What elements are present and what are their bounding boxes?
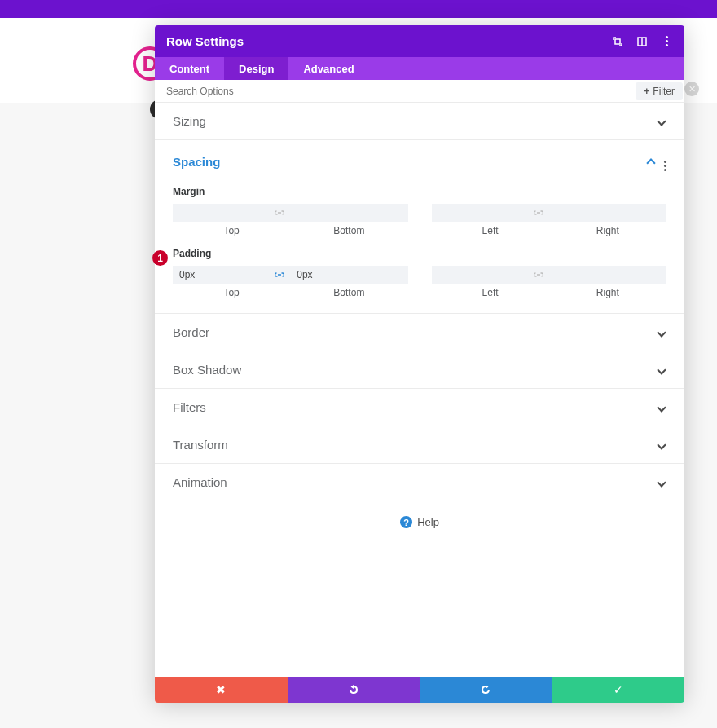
section-title: Transform	[173, 438, 657, 452]
section-transform: Transform	[155, 426, 684, 464]
divider	[420, 266, 420, 284]
sublabel-left: Left	[432, 287, 549, 298]
sublabel-left: Left	[432, 225, 549, 236]
margin-bottom-input[interactable]	[290, 204, 407, 222]
section-header-box-shadow[interactable]: Box Shadow	[155, 351, 684, 388]
padding-bottom-input[interactable]	[290, 266, 407, 284]
divider	[420, 204, 420, 222]
sublabel-top: Top	[173, 225, 290, 236]
modal-header: Row Settings	[155, 25, 684, 57]
section-title: Border	[173, 325, 657, 339]
cancel-button[interactable]: ✖	[155, 677, 288, 703]
section-animation: Animation	[155, 464, 684, 501]
modal-content: Sizing Spacing Margin	[155, 103, 684, 677]
close-icon: ✖	[216, 683, 226, 696]
chevron-down-icon	[657, 403, 666, 413]
sublabel-top: Top	[173, 287, 290, 298]
redo-button[interactable]	[420, 677, 552, 703]
link-icon[interactable]	[533, 207, 544, 218]
spacing-body: Margin Top Bottom	[155, 186, 684, 313]
section-title: Box Shadow	[173, 363, 657, 377]
section-title: Sizing	[173, 114, 657, 128]
section-spacing: Spacing Margin Top	[155, 140, 684, 314]
section-kebab-icon[interactable]	[664, 152, 666, 171]
save-button[interactable]: ✓	[552, 677, 685, 703]
close-overlay-icon[interactable]: ✕	[684, 82, 699, 96]
margin-left-input[interactable]	[432, 204, 549, 222]
margin-top-input[interactable]	[173, 204, 290, 222]
panel-icon[interactable]	[636, 35, 649, 48]
link-icon[interactable]	[533, 269, 544, 280]
app-top-bar	[0, 0, 717, 18]
row-settings-modal: Row Settings Content Design Advanced + F…	[155, 25, 684, 703]
sublabel-right: Right	[549, 287, 666, 298]
tab-advanced[interactable]: Advanced	[288, 57, 368, 80]
section-sizing: Sizing	[155, 103, 684, 140]
margin-right-input[interactable]	[549, 204, 666, 222]
tab-design[interactable]: Design	[224, 57, 288, 80]
chevron-down-icon	[657, 440, 666, 450]
sublabel-bottom: Bottom	[290, 225, 407, 236]
chevron-down-icon	[657, 365, 666, 375]
chevron-down-icon	[657, 478, 666, 488]
sublabel-bottom: Bottom	[290, 287, 407, 298]
sublabel-right: Right	[549, 225, 666, 236]
chevron-down-icon	[657, 117, 666, 126]
link-icon[interactable]	[274, 207, 285, 218]
help-row[interactable]: ? Help	[155, 501, 684, 543]
filter-button[interactable]: + Filter	[636, 82, 683, 100]
section-box-shadow: Box Shadow	[155, 351, 684, 389]
padding-left-input[interactable]	[432, 266, 549, 284]
section-header-spacing[interactable]: Spacing	[155, 140, 684, 183]
svg-rect-0	[615, 39, 620, 44]
tab-content[interactable]: Content	[155, 57, 224, 80]
section-filters: Filters	[155, 389, 684, 426]
margin-label: Margin	[173, 186, 666, 197]
chevron-up-icon	[646, 157, 656, 166]
kebab-menu-icon[interactable]	[660, 35, 673, 48]
modal-title: Row Settings	[166, 34, 611, 48]
section-header-filters[interactable]: Filters	[155, 389, 684, 426]
plus-icon: +	[644, 86, 649, 97]
section-title: Spacing	[173, 155, 646, 169]
expand-icon[interactable]	[611, 35, 624, 48]
section-header-border[interactable]: Border	[155, 314, 684, 351]
help-icon: ?	[400, 516, 412, 528]
undo-icon	[347, 683, 360, 696]
filter-label: Filter	[653, 86, 675, 97]
modal-footer: ✖ ✓	[155, 677, 684, 703]
padding-right-input[interactable]	[549, 266, 666, 284]
redo-icon	[479, 683, 492, 696]
padding-top-input[interactable]	[173, 266, 290, 284]
chevron-down-icon	[657, 328, 666, 338]
section-header-transform[interactable]: Transform	[155, 426, 684, 463]
search-input[interactable]	[155, 86, 634, 97]
padding-label: Padding	[173, 248, 666, 259]
section-header-sizing[interactable]: Sizing	[155, 103, 684, 139]
header-icons	[611, 35, 673, 48]
padding-row: Top Bottom	[173, 266, 666, 298]
search-bar: + Filter	[155, 80, 684, 103]
section-title: Animation	[173, 475, 657, 489]
annotation-badge-1: 1	[152, 250, 168, 266]
tabs: Content Design Advanced	[155, 57, 684, 80]
section-header-animation[interactable]: Animation	[155, 464, 684, 501]
margin-row: Top Bottom	[173, 204, 666, 236]
section-border: Border	[155, 314, 684, 351]
check-icon: ✓	[614, 683, 623, 696]
link-icon-active[interactable]	[274, 269, 285, 280]
undo-button[interactable]	[288, 677, 420, 703]
section-title: Filters	[173, 400, 657, 414]
help-label: Help	[417, 516, 439, 528]
